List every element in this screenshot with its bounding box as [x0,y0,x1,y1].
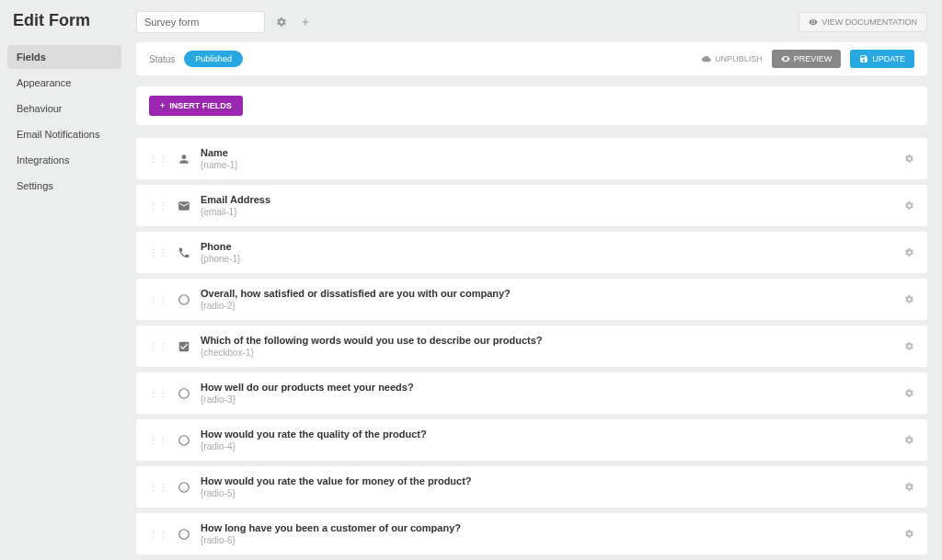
unpublish-button[interactable]: UNPUBLISH [702,54,763,63]
camera-icon [809,17,818,27]
radio-icon [177,527,191,542]
drag-handle-icon[interactable]: ⋮⋮ [149,388,167,398]
drag-handle-icon[interactable]: ⋮⋮ [149,154,167,164]
field-slug: {checkbox-1} [201,348,895,358]
insert-row: + INSERT FIELDS [136,86,927,125]
field-row[interactable]: ⋮⋮Name{name-1} [136,138,927,179]
gear-icon[interactable] [904,529,914,539]
field-text: How long have you been a customer of our… [201,522,895,545]
drag-handle-icon[interactable]: ⋮⋮ [149,482,167,492]
field-slug: {radio-6} [201,535,895,545]
radio-icon [177,480,191,495]
radio-icon [177,386,191,401]
field-slug: {name-1} [201,160,895,170]
field-text: How would you rate the quality of the pr… [201,429,895,451]
gear-icon[interactable] [904,341,914,351]
field-slug: {radio-5} [201,488,895,498]
gear-icon[interactable] [904,482,914,492]
field-row[interactable]: ⋮⋮Overall, how satisfied or dissatisfied… [136,279,927,320]
sidebar-item-fields[interactable]: Fields [7,45,121,69]
sidebar-item-appearance[interactable]: Appearance [7,71,121,95]
phone-icon [177,246,191,260]
sidebar-item-email-notifications[interactable]: Email Notifications [7,122,121,146]
gear-icon[interactable] [904,200,914,211]
status-bar: Status Published UNPUBLISH PREVIEW UPDAT… [136,42,927,75]
fields-list: ⋮⋮Name{name-1}⋮⋮Email Address{email-1}⋮⋮… [136,138,927,554]
update-button[interactable]: UPDATE [850,50,914,68]
radio-icon [177,292,191,307]
view-documentation-button[interactable]: VIEW DOCUMENTATION [798,12,927,32]
sidebar-item-settings[interactable]: Settings [7,174,121,198]
field-label: How would you rate the quality of the pr… [201,429,895,440]
gear-icon[interactable] [274,15,289,29]
field-label: How would you rate the value for money o… [201,475,895,486]
field-slug: {phone-1} [201,254,895,264]
field-row[interactable]: ⋮⋮How long have you been a customer of o… [136,513,927,554]
field-row[interactable]: ⋮⋮Phone{phone-1} [136,232,927,273]
email-icon [177,199,191,213]
field-text: How well do our products meet your needs… [201,382,895,405]
drag-handle-icon[interactable]: ⋮⋮ [149,200,167,211]
drag-handle-icon[interactable]: ⋮⋮ [149,294,167,304]
field-slug: {radio-3} [201,394,895,405]
save-icon [859,54,868,63]
field-slug: {radio-2} [201,301,895,311]
field-label: Email Address [201,194,895,205]
drag-handle-icon[interactable]: ⋮⋮ [149,247,167,257]
person-icon [177,152,191,166]
cloud-icon [702,54,711,63]
drag-handle-icon[interactable]: ⋮⋮ [149,435,167,445]
field-label: Overall, how satisfied or dissatisfied a… [201,288,895,299]
field-row[interactable]: ⋮⋮How would you rate the value for money… [136,466,927,508]
checkbox-icon [177,339,191,354]
gear-icon[interactable] [904,294,914,304]
field-text: Email Address{email-1} [201,194,895,217]
drag-handle-icon[interactable]: ⋮⋮ [149,341,167,351]
gear-icon[interactable] [904,435,914,445]
field-text: Which of the following words would you u… [201,335,895,358]
radio-icon [177,433,191,448]
field-text: Phone{phone-1} [201,241,895,264]
drag-handle-icon[interactable]: ⋮⋮ [149,529,167,539]
form-name-input[interactable] [136,11,265,33]
field-row[interactable]: ⋮⋮How well do our products meet your nee… [136,372,927,414]
field-row[interactable]: ⋮⋮How would you rate the quality of the … [136,419,927,461]
gear-icon[interactable] [904,154,914,164]
field-slug: {radio-4} [201,441,895,451]
field-label: Name [201,147,895,158]
sidebar-item-integrations[interactable]: Integrations [7,148,121,172]
field-text: Overall, how satisfied or dissatisfied a… [201,288,895,311]
field-label: How long have you been a customer of our… [201,522,895,533]
gear-icon[interactable] [904,247,914,257]
field-row[interactable]: ⋮⋮Email Address{email-1} [136,185,927,226]
published-badge: Published [184,51,243,67]
field-label: Phone [201,241,895,252]
sidebar-item-behaviour[interactable]: Behaviour [7,97,121,120]
sidebar: Edit Form FieldsAppearanceBehaviourEmail… [0,0,129,560]
plus-icon: + [160,101,165,110]
field-label: Which of the following words would you u… [201,335,895,346]
status-label: Status [149,54,175,64]
field-text: How would you rate the value for money o… [201,475,895,498]
page-title: Edit Form [7,11,121,30]
plus-icon[interactable] [298,15,313,29]
eye-icon [781,54,790,63]
insert-fields-button[interactable]: + INSERT FIELDS [149,96,243,116]
field-text: Name{name-1} [201,147,895,170]
preview-button[interactable]: PREVIEW [772,50,842,68]
gear-icon[interactable] [904,388,914,398]
field-row[interactable]: ⋮⋮Which of the following words would you… [136,326,927,367]
main-content: VIEW DOCUMENTATION Status Published UNPU… [129,0,942,560]
field-label: How well do our products meet your needs… [201,382,895,393]
topbar: VIEW DOCUMENTATION [136,11,927,33]
field-slug: {email-1} [201,207,895,217]
